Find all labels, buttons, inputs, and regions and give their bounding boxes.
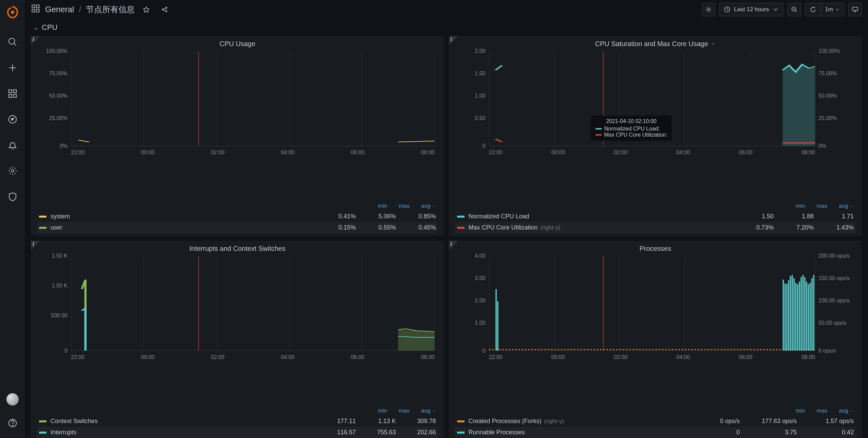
x-axis: 22:0000:0002:0004:0006:0008:00 — [71, 354, 435, 360]
legend-row[interactable]: Context Switches 177.11 1.13 K 309.78 — [37, 416, 438, 427]
monitor-icon[interactable] — [848, 3, 862, 16]
y-axis-left: 1.50 K1.00 K500.000 — [37, 256, 68, 351]
search-icon[interactable] — [4, 34, 21, 50]
chart-area[interactable]: 2.001.501.000.500 100.00%75.00%50.00%25.… — [455, 51, 856, 184]
legend-axis-hint: (right-y) — [544, 418, 564, 425]
x-tick: 08:00 — [421, 150, 434, 156]
legend-row[interactable]: Runnable Processes 0 3.75 0.42 — [455, 427, 856, 438]
legend-max: 7.20% — [783, 224, 814, 231]
shield-icon[interactable] — [4, 188, 21, 205]
legend-row[interactable]: user 0.15% 0.55% 0.45% — [37, 222, 438, 233]
info-icon[interactable]: i — [33, 36, 34, 42]
time-range-picker[interactable]: Last 12 hours — [719, 3, 784, 16]
breadcrumb-dashboard[interactable]: 节点所有信息 — [86, 4, 135, 15]
chart-tooltip: 2021-04-10 02:10:00 Normalized CPU Load:… — [591, 116, 672, 141]
legend-min: 116.57 — [325, 429, 356, 436]
breadcrumb-folder[interactable]: General — [45, 5, 74, 14]
legend-series-name: user — [51, 224, 62, 231]
panel-title[interactable]: CPU Saturation and Max Core Usage — [449, 39, 862, 51]
plus-icon[interactable] — [4, 60, 21, 76]
y-tick: 0% — [818, 143, 856, 149]
dashboards-icon[interactable] — [4, 85, 21, 102]
svg-point-0 — [11, 11, 14, 14]
col-max[interactable]: max — [816, 407, 827, 414]
panel-title[interactable]: Processes — [449, 243, 862, 256]
y-tick: 3.00 — [455, 276, 486, 281]
col-min[interactable]: min — [378, 407, 387, 414]
chart-area[interactable]: 4.003.002.001.000 200.00 ops/s150.00 ops… — [455, 256, 856, 389]
info-icon[interactable]: i — [33, 241, 34, 247]
legend-row[interactable]: Interrupts 116.57 755.63 202.66 — [37, 427, 438, 438]
col-avg[interactable]: avg — [421, 407, 436, 414]
panel-title[interactable]: Interrupts and Context Switches — [31, 243, 444, 256]
star-icon[interactable] — [139, 3, 153, 16]
svg-rect-37 — [782, 280, 784, 351]
x-tick: 02:00 — [614, 150, 627, 156]
dashboards-icon[interactable] — [31, 4, 40, 15]
col-min[interactable]: min — [796, 407, 805, 414]
x-tick: 06:00 — [739, 150, 753, 156]
x-tick: 22:00 — [71, 150, 84, 156]
legend-avg: 0.42 — [806, 429, 854, 436]
plot[interactable] — [489, 256, 815, 351]
y-tick: 150.00 ops/s — [818, 276, 856, 281]
tooltip-series: Max CPU Core Utilization: — [604, 132, 667, 138]
alerting-icon[interactable] — [4, 137, 21, 153]
legend-avg: 1.57 ops/s — [806, 418, 854, 425]
legend-avg: 202.66 — [405, 429, 436, 436]
info-icon[interactable]: i — [451, 36, 452, 42]
legend-row[interactable]: system 0.41% 5.06% 0.85% — [37, 211, 438, 222]
x-tick: 06:00 — [351, 150, 364, 156]
svg-point-1 — [8, 38, 15, 44]
col-min[interactable]: min — [378, 203, 387, 210]
col-min[interactable]: min — [796, 203, 805, 210]
legend-min: 1.50 — [743, 213, 774, 220]
legend-row[interactable]: Normalized CPU Load 1.50 1.88 1.71 — [455, 211, 856, 222]
sidebar — [0, 0, 25, 438]
legend-row[interactable]: Created Processes (Forks)(right-y) 0 ops… — [455, 416, 856, 427]
svg-rect-46 — [798, 281, 800, 351]
chart-area[interactable]: 100.00%75.00%50.00%25.00%0% 22:0000:0002… — [37, 51, 438, 184]
share-icon[interactable] — [158, 3, 171, 16]
section-title: CPU — [42, 23, 57, 32]
avatar[interactable] — [6, 393, 19, 405]
col-max[interactable]: max — [399, 407, 410, 414]
legend: Normalized CPU Load 1.50 1.88 1.71 Max C… — [449, 211, 862, 236]
svg-point-25 — [708, 9, 710, 11]
info-icon[interactable]: i — [451, 241, 452, 247]
col-avg[interactable]: avg — [839, 407, 854, 414]
plot[interactable] — [71, 51, 435, 146]
plot[interactable]: 2021-04-10 02:10:00 Normalized CPU Load:… — [489, 51, 815, 146]
explore-icon[interactable] — [4, 111, 21, 127]
x-tick: 00:00 — [551, 354, 565, 360]
help-icon[interactable] — [4, 415, 21, 431]
y-tick: 100.00 ops/s — [818, 298, 856, 303]
svg-line-23 — [164, 8, 166, 9]
x-tick: 00:00 — [141, 150, 154, 156]
chart-area[interactable]: 1.50 K1.00 K500.000 22:0000:0002:0004:00… — [37, 256, 438, 389]
col-avg[interactable]: avg — [839, 203, 854, 210]
legend-row[interactable]: Max CPU Core Utilization(right-y) 0.73% … — [455, 222, 856, 233]
grafana-logo[interactable] — [4, 4, 21, 20]
panel-cpu-saturation: i CPU Saturation and Max Core Usage 2.00… — [449, 36, 862, 236]
col-max[interactable]: max — [816, 203, 827, 210]
settings-button[interactable] — [702, 3, 715, 16]
zoom-out-button[interactable] — [788, 3, 801, 16]
refresh-button[interactable] — [806, 3, 821, 16]
svg-rect-16 — [36, 5, 39, 8]
col-avg[interactable]: avg — [421, 203, 436, 210]
svg-rect-44 — [795, 283, 796, 351]
svg-line-24 — [164, 10, 166, 11]
x-tick: 06:00 — [739, 354, 753, 360]
panel-title[interactable]: CPU Usage — [31, 39, 444, 51]
legend-swatch — [39, 420, 46, 422]
svg-rect-5 — [8, 90, 12, 93]
configuration-icon[interactable] — [4, 163, 21, 179]
x-tick: 02:00 — [211, 354, 225, 360]
col-max[interactable]: max — [399, 203, 410, 210]
legend-min: 0.73% — [743, 224, 774, 231]
section-header[interactable]: ⌄ CPU — [31, 23, 862, 32]
refresh-interval-picker[interactable]: 1m — [821, 3, 844, 16]
topbar: General / 节点所有信息 Last 12 hours 1m — [25, 0, 868, 19]
plot[interactable] — [71, 256, 435, 351]
